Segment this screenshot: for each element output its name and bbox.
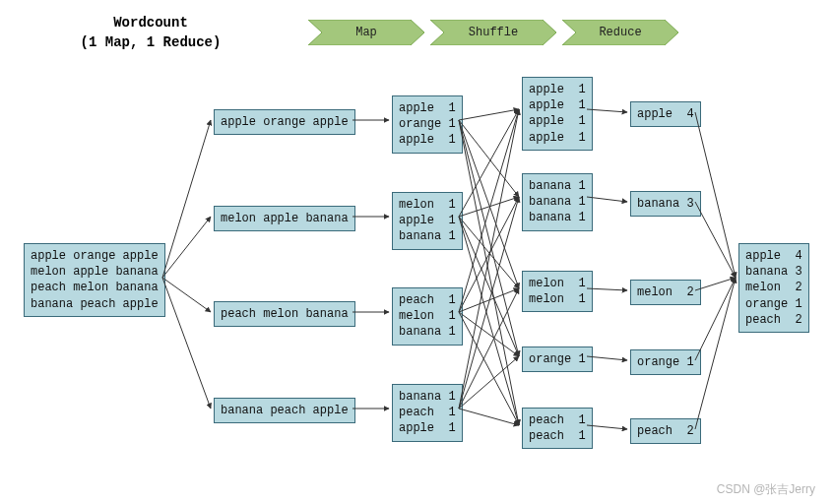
stage-label-map: Map <box>355 26 377 39</box>
svg-line-26 <box>459 109 519 409</box>
svg-line-38 <box>695 278 736 290</box>
title-line1: Wordcount <box>113 15 188 31</box>
svg-line-14 <box>459 120 519 356</box>
stage-chevron-shuffle: Shuffle <box>430 20 556 45</box>
svg-line-34 <box>587 356 627 360</box>
svg-line-4 <box>162 217 211 278</box>
stage-label-shuffle: Shuffle <box>469 26 518 39</box>
stage-label-reduce: Reduce <box>599 26 641 39</box>
shuffle-box-4: peach 1 peach 1 <box>522 408 593 449</box>
reduce-box-4: peach 2 <box>630 418 701 444</box>
svg-line-31 <box>587 109 627 112</box>
map-box-1: melon 1 apple 1 banana 1 <box>392 192 463 250</box>
svg-line-15 <box>459 120 519 425</box>
svg-line-39 <box>695 278 736 360</box>
svg-line-16 <box>459 109 519 217</box>
svg-line-27 <box>459 197 519 409</box>
shuffle-box-3: orange 1 <box>522 346 593 372</box>
svg-line-13 <box>459 120 519 288</box>
svg-line-28 <box>459 288 519 409</box>
reduce-box-3: orange 1 <box>630 349 701 375</box>
svg-line-5 <box>162 278 211 312</box>
svg-line-35 <box>587 425 627 429</box>
diagram-title: Wordcount (1 Map, 1 Reduce) <box>67 14 234 52</box>
svg-line-33 <box>587 288 627 290</box>
svg-line-22 <box>459 197 519 312</box>
svg-line-23 <box>459 288 519 312</box>
svg-line-3 <box>162 120 211 278</box>
svg-line-12 <box>459 120 519 197</box>
svg-line-29 <box>459 356 519 409</box>
split-box-1: melon apple banana <box>214 206 355 231</box>
reduce-box-2: melon 2 <box>630 280 701 305</box>
map-box-0: apple 1 orange 1 apple 1 <box>392 95 463 154</box>
split-box-3: banana peach apple <box>214 398 355 423</box>
svg-line-40 <box>695 278 736 429</box>
svg-line-37 <box>695 202 736 278</box>
svg-line-21 <box>459 109 519 312</box>
watermark: CSDN @张吉Jerry <box>717 481 815 498</box>
map-box-2: peach 1 melon 1 banana 1 <box>392 287 463 346</box>
split-box-2: peach melon banana <box>214 301 355 327</box>
svg-line-24 <box>459 312 519 356</box>
svg-line-32 <box>587 197 627 202</box>
stage-chevron-reduce: Reduce <box>562 20 678 45</box>
svg-line-18 <box>459 217 519 288</box>
split-box-0: apple orange apple <box>214 109 355 135</box>
reduce-box-0: apple 4 <box>630 101 701 127</box>
output-box: apple 4 banana 3 melon 2 orange 1 peach … <box>738 243 809 333</box>
svg-line-20 <box>459 217 519 425</box>
svg-line-6 <box>162 278 211 409</box>
svg-line-25 <box>459 312 519 425</box>
svg-line-19 <box>459 217 519 356</box>
map-box-3: banana 1 peach 1 apple 1 <box>392 384 463 442</box>
input-box: apple orange apple melon apple banana pe… <box>24 243 165 317</box>
svg-line-30 <box>459 409 519 425</box>
shuffle-box-1: banana 1 banana 1 banana 1 <box>522 173 593 231</box>
reduce-box-1: banana 3 <box>630 191 701 217</box>
title-line2: (1 Map, 1 Reduce) <box>81 34 222 50</box>
svg-line-17 <box>459 197 519 217</box>
shuffle-box-2: melon 1 melon 1 <box>522 271 593 312</box>
svg-line-11 <box>459 109 519 120</box>
stage-chevron-map: Map <box>308 20 424 45</box>
shuffle-box-0: apple 1 apple 1 apple 1 apple 1 <box>522 77 593 151</box>
svg-line-36 <box>695 112 736 278</box>
